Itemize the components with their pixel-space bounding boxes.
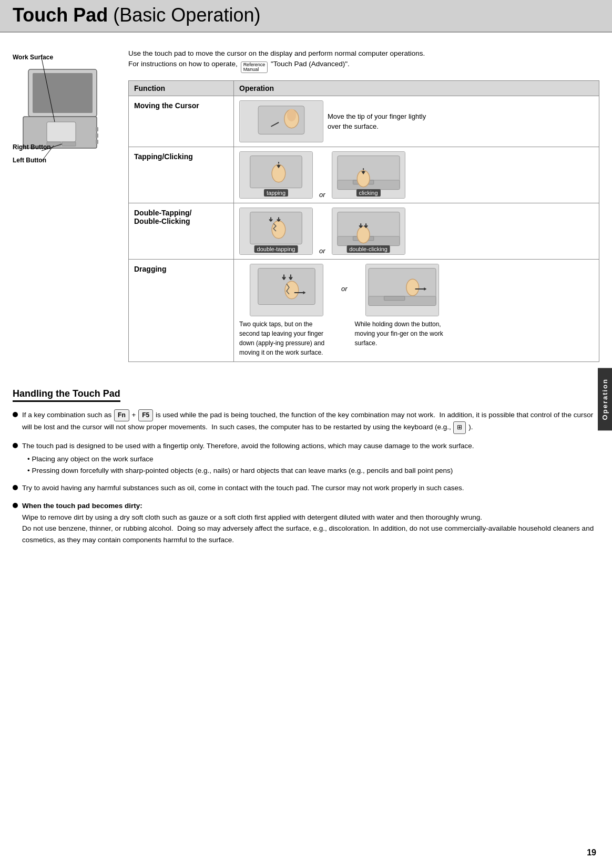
reference-manual-icon: ReferenceManual (241, 61, 268, 73)
main-content: Work Surface (0, 33, 612, 388)
tapping-image: tapping (239, 151, 313, 199)
bullet-text-3: Try to avoid having any harmful substanc… (22, 482, 599, 494)
svg-point-33 (357, 226, 370, 243)
bullet-dot-2 (13, 443, 18, 448)
clicking-label: clicking (356, 189, 381, 197)
moving-cursor-image (239, 100, 323, 142)
handling-section: Handling the Touch Pad If a key combinat… (0, 388, 612, 567)
list-item-substances: Try to avoid having any harmful substanc… (13, 482, 599, 494)
win-key-badge: ⊞ (453, 421, 466, 433)
bullet-dot-3 (13, 485, 18, 490)
intro-text: Use the touch pad to move the cursor on … (128, 48, 599, 73)
left-button-label: Left Button (13, 157, 46, 164)
page-number: 19 (587, 848, 596, 857)
svg-rect-1 (33, 73, 93, 113)
sub-list-item-pressing: Pressing down forcefully with sharp-poin… (27, 465, 599, 477)
svg-rect-7 (96, 133, 98, 138)
dragging-tap-image (250, 264, 323, 316)
list-item-key-combo: If a key combination such as Fn + F5 is … (13, 409, 599, 433)
table-row-moving-cursor: Moving the Cursor (129, 96, 599, 147)
table-row-double-tapping: Double-Tapping/Double-Clicking (129, 203, 599, 260)
tapping-diagram-area: tapping or (239, 151, 594, 199)
svg-rect-3 (47, 122, 76, 142)
moving-cursor-description: Move the tip of your finger lightly over… (328, 111, 433, 132)
dragging-button-image (365, 264, 439, 316)
svg-rect-8 (96, 140, 98, 144)
dragging-tap-description: Two quick taps, but on the second tap le… (239, 319, 334, 357)
svg-rect-41 (384, 296, 404, 301)
dragging-button-description: While holding down the button, moving yo… (355, 319, 450, 348)
dragging-diagram-area: Two quick taps, but on the second tap le… (239, 264, 594, 357)
list-item-dirty: When the touch pad becomes dirty: Wipe t… (13, 500, 599, 545)
operation-table: Function Operation Moving the Cursor (128, 80, 599, 362)
operation-sidebar-tab: Operation (598, 368, 612, 430)
table-row-dragging: Dragging (129, 260, 599, 362)
operation-dragging: Two quick taps, but on the second tap le… (234, 260, 599, 362)
operation-double-tapping: double-tapping or (234, 203, 599, 260)
f5-key-badge: F5 (138, 409, 153, 421)
operation-tapping: tapping or (234, 147, 599, 203)
table-row-tapping: Tapping/Clicking (129, 147, 599, 203)
dirty-bold-label: When the touch pad becomes dirty: (22, 502, 142, 510)
table-header-function: Function (129, 81, 234, 96)
svg-rect-5 (62, 142, 76, 146)
right-content: Use the touch pad to move the cursor on … (128, 48, 599, 378)
tapping-or: or (319, 191, 325, 199)
right-button-label: Right Button (13, 143, 51, 151)
double-clicking-image: double-clicking (332, 208, 405, 255)
double-clicking-label: double-clicking (346, 245, 390, 253)
tapping-label: tapping (264, 189, 288, 197)
bullet-text-1: If a key combination such as Fn + F5 is … (22, 409, 599, 433)
function-double-tapping: Double-Tapping/Double-Clicking (129, 203, 234, 260)
fn-key-badge: Fn (114, 409, 129, 421)
clicking-image: clicking (332, 151, 405, 199)
svg-rect-6 (96, 127, 98, 131)
sub-list-item-placing: Placing any object on the work surface (27, 453, 599, 465)
function-tapping: Tapping/Clicking (129, 147, 234, 203)
sub-bullet-list-2: Placing any object on the work surface P… (22, 453, 599, 476)
function-moving-cursor: Moving the Cursor (129, 96, 234, 147)
handling-title: Handling the Touch Pad (13, 388, 120, 402)
list-item-fingertip: The touch pad is designed to be used wit… (13, 440, 599, 477)
page-header: Touch Pad (Basic Operation) (0, 0, 612, 33)
function-dragging: Dragging (129, 260, 234, 362)
double-tapping-label: double-tapping (254, 245, 298, 253)
bullet-text-2: The touch pad is designed to be used wit… (22, 440, 599, 477)
svg-point-15 (287, 109, 297, 121)
device-diagram: Work Surface (13, 48, 118, 378)
double-tapping-diagram-area: double-tapping or (239, 208, 594, 255)
dragging-or: or (341, 285, 348, 293)
bullet-dot-1 (13, 412, 18, 417)
svg-point-42 (406, 280, 419, 296)
bullet-text-4: When the touch pad becomes dirty: Wipe t… (22, 500, 599, 545)
moving-cursor-diagram-area: Move the tip of your finger lightly over… (239, 100, 594, 142)
table-header-operation: Operation (234, 81, 599, 96)
bullet-dot-4 (13, 503, 18, 508)
page-title: Touch Pad (Basic Operation) (13, 4, 599, 26)
operation-moving-cursor: Move the tip of your finger lightly over… (234, 96, 599, 147)
double-tapping-or: or (319, 247, 325, 255)
handling-bullet-list: If a key combination such as Fn + F5 is … (13, 409, 599, 545)
double-tapping-image: double-tapping (239, 208, 313, 255)
